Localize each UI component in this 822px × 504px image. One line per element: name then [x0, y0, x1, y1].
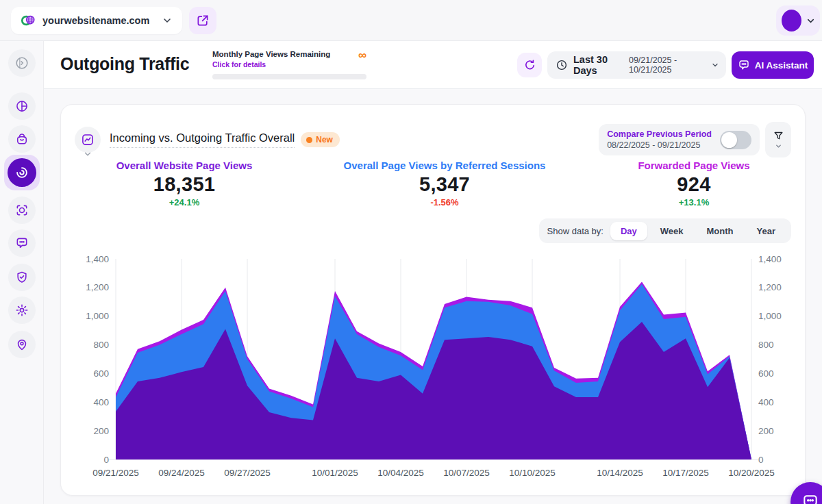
collapse-arrow-icon — [14, 55, 29, 71]
svg-text:10/01/2025: 10/01/2025 — [312, 468, 358, 478]
date-range-label: 09/21/2025 - 10/21/2025 — [629, 55, 706, 75]
compare-toggle[interactable] — [720, 131, 751, 149]
chart-area: 002002004004006006008008001,0001,0001,20… — [61, 249, 805, 486]
granularity-control: Show data by: Day Week Month Year — [539, 218, 791, 243]
metric-value: 5,347 — [308, 173, 582, 196]
widget-icon-button[interactable] — [75, 127, 101, 153]
svg-text:1,000: 1,000 — [86, 311, 109, 321]
topbar: yourwebsitename.com — [0, 0, 822, 41]
granularity-month[interactable]: Month — [697, 222, 744, 240]
date-preset-label: Last 30 Days — [573, 54, 623, 76]
compare-label: Compare Previous Period — [607, 129, 712, 139]
traffic-area-chart[interactable]: 002002004004006006008008001,0001,0001,20… — [61, 249, 806, 483]
compare-range: 08/22/2025 - 09/21/2025 — [607, 140, 712, 150]
app-root: yourwebsitename.com — [0, 0, 822, 504]
ai-chat-icon — [738, 59, 750, 71]
sidebar-item-tracking[interactable] — [8, 197, 36, 224]
quota-progress-bar — [212, 74, 366, 79]
infinity-icon: ∞ — [358, 49, 366, 62]
sidebar-item-dashboard[interactable] — [8, 92, 36, 120]
sidebar-item-settings[interactable] — [8, 297, 36, 324]
sidebar-collapse-button[interactable] — [8, 49, 36, 77]
line-chart-icon — [81, 133, 95, 147]
svg-text:600: 600 — [758, 368, 774, 379]
sidebar-item-messages[interactable] — [8, 229, 36, 257]
focus-scan-icon — [15, 203, 29, 217]
chevron-down-icon — [775, 142, 782, 150]
card-title: Incoming vs. Outgoing Traffic Overall — [110, 131, 295, 148]
svg-text:800: 800 — [93, 340, 109, 350]
metric-overall-page-views: Overall Website Page Views 18,351 +24.1% — [61, 160, 308, 207]
svg-text:200: 200 — [93, 426, 109, 436]
metric-label: Overall Website Page Views — [61, 160, 308, 171]
svg-text:10/10/2025: 10/10/2025 — [509, 468, 556, 478]
metric-label: Forwarded Page Views — [582, 160, 806, 171]
new-badge: New — [301, 132, 340, 147]
svg-text:10/07/2025: 10/07/2025 — [443, 468, 490, 478]
shield-check-icon — [15, 270, 29, 284]
granularity-week[interactable]: Week — [650, 222, 694, 240]
svg-text:600: 600 — [93, 368, 109, 379]
metric-value: 18,351 — [61, 173, 308, 196]
svg-text:800: 800 — [758, 340, 774, 350]
website-name: yourwebsitename.com — [42, 15, 155, 26]
sidebar-item-traffic-active[interactable] — [4, 155, 40, 190]
refresh-button[interactable] — [517, 53, 542, 77]
quota-widget: Monthly Page Views Remaining Click for d… — [212, 41, 366, 89]
svg-text:09/27/2025: 09/27/2025 — [224, 468, 271, 478]
chevron-down-icon — [711, 61, 719, 69]
user-menu[interactable] — [776, 5, 820, 36]
chevron-down-icon — [83, 149, 92, 159]
gear-icon — [15, 303, 29, 317]
avatar — [782, 10, 801, 32]
pie-chart-icon — [15, 99, 29, 113]
svg-text:1,400: 1,400 — [86, 254, 109, 264]
svg-text:400: 400 — [758, 397, 774, 407]
website-selector[interactable]: yourwebsitename.com — [11, 7, 182, 34]
svg-text:09/24/2025: 09/24/2025 — [158, 468, 205, 478]
funnel-icon — [773, 130, 784, 142]
granularity-year[interactable]: Year — [747, 222, 786, 240]
badge-dot — [306, 137, 312, 143]
quota-details-link[interactable]: Click for details — [212, 60, 266, 68]
compare-previous-period: Compare Previous Period 08/22/2025 - 09/… — [599, 124, 760, 155]
svg-text:1,000: 1,000 — [758, 311, 782, 321]
page-header: Outgoing Traffic Monthly Page Views Rema… — [44, 41, 822, 89]
metric-forwarded-page-views: Forwarded Page Views 924 +13.1% — [582, 160, 806, 207]
sidebar-item-store[interactable] — [8, 125, 36, 153]
chat-bubble-icon — [801, 493, 819, 504]
chevron-down-icon — [806, 16, 816, 26]
ai-assistant-label: AI Assistant — [755, 60, 808, 71]
sidebar-item-security[interactable] — [8, 264, 36, 291]
metric-delta: -1.56% — [308, 197, 582, 207]
show-data-by-label: Show data by: — [547, 226, 603, 236]
clock-icon — [556, 59, 568, 71]
svg-text:0: 0 — [758, 455, 764, 465]
toggle-knob — [721, 132, 737, 148]
quota-title: Monthly Page Views Remaining — [212, 50, 330, 58]
metric-delta: +13.1% — [582, 197, 806, 207]
svg-text:10/14/2025: 10/14/2025 — [597, 468, 643, 478]
svg-text:1,400: 1,400 — [758, 254, 782, 264]
traffic-swirl-icon — [14, 165, 29, 180]
svg-text:1,200: 1,200 — [758, 282, 782, 292]
sidebar-item-locations[interactable] — [8, 331, 36, 358]
svg-text:10/04/2025: 10/04/2025 — [377, 468, 424, 478]
svg-text:10/17/2025: 10/17/2025 — [662, 468, 709, 478]
open-website-button[interactable] — [189, 7, 216, 34]
traffic-overview-card: Incoming vs. Outgoing Traffic Overall Ne… — [60, 104, 806, 496]
svg-text:400: 400 — [93, 397, 109, 407]
metric-label: Overall Page Views by Referred Sessions — [308, 160, 582, 171]
metric-delta: +24.1% — [61, 197, 308, 207]
date-range-picker[interactable]: Last 30 Days 09/21/2025 - 10/21/2025 — [547, 51, 726, 79]
website-favicon-icon — [21, 13, 36, 28]
filter-button[interactable] — [765, 122, 791, 158]
svg-text:10/20/2025: 10/20/2025 — [728, 468, 775, 478]
chevron-down-icon — [162, 15, 173, 26]
external-link-icon — [196, 14, 210, 27]
svg-text:09/21/2025: 09/21/2025 — [92, 468, 139, 478]
granularity-day[interactable]: Day — [610, 222, 647, 240]
ai-assistant-button[interactable]: AI Assistant — [732, 51, 814, 79]
page-title: Outgoing Traffic — [60, 54, 189, 74]
svg-text:1,200: 1,200 — [86, 282, 109, 292]
